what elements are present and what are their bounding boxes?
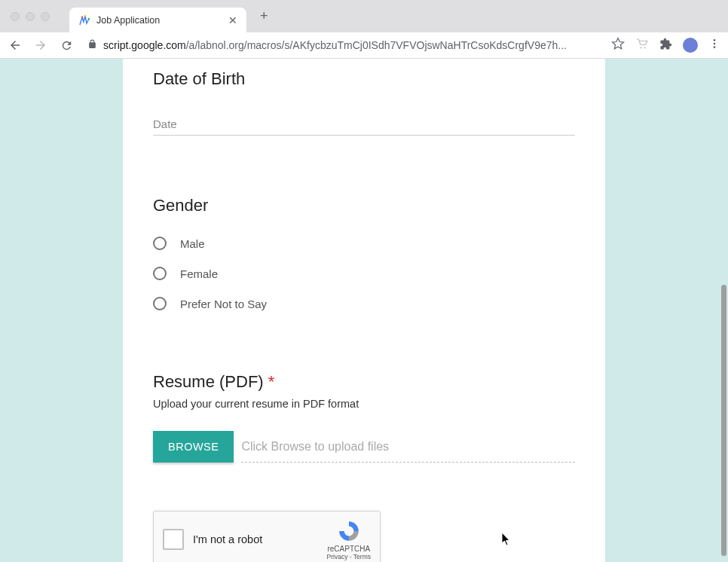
traffic-lights bbox=[11, 12, 50, 21]
svg-point-1 bbox=[84, 14, 86, 16]
address-bar[interactable]: script.google.com/a/labnol.org/macros/s/… bbox=[84, 38, 601, 52]
radio-icon bbox=[153, 267, 167, 280]
tab-title: Job Application bbox=[96, 15, 160, 26]
upload-placeholder[interactable]: Click Browse to upload files bbox=[241, 431, 575, 463]
upload-row: BROWSE Click Browse to upload files bbox=[153, 431, 575, 463]
gender-title: Gender bbox=[153, 185, 575, 215]
radio-label: Female bbox=[180, 267, 218, 280]
radio-label: Prefer Not to Say bbox=[180, 298, 267, 310]
svg-point-7 bbox=[714, 46, 716, 48]
browse-button[interactable]: BROWSE bbox=[153, 431, 234, 463]
recaptcha-label: I'm not a robot bbox=[193, 533, 318, 545]
extensions-icon[interactable] bbox=[659, 38, 672, 53]
svg-point-2 bbox=[88, 17, 90, 19]
svg-point-5 bbox=[714, 39, 716, 41]
recaptcha-branding: reCAPTCHA Privacy - Terms bbox=[327, 519, 371, 560]
svg-point-6 bbox=[714, 43, 716, 45]
reload-button[interactable] bbox=[59, 38, 74, 53]
url-host: script.google.com bbox=[103, 39, 186, 51]
svg-point-0 bbox=[81, 16, 83, 17]
gender-option-male[interactable]: Male bbox=[153, 237, 575, 250]
maximize-window-button[interactable] bbox=[41, 12, 50, 21]
dob-title: Date of Birth bbox=[153, 59, 575, 89]
gender-option-female[interactable]: Female bbox=[153, 267, 575, 280]
page-viewport: Date of Birth Date Gender Male Female Pr… bbox=[0, 59, 728, 562]
resume-description: Upload your current resume in PDF format bbox=[153, 398, 575, 410]
resume-title-text: Resume (PDF) bbox=[153, 372, 264, 391]
dob-input[interactable]: Date bbox=[153, 118, 575, 136]
form-card: Date of Birth Date Gender Male Female Pr… bbox=[123, 59, 605, 562]
recaptcha-logo-icon bbox=[337, 519, 361, 543]
recaptcha-legal[interactable]: Privacy - Terms bbox=[327, 553, 371, 560]
url-path: /a/labnol.org/macros/s/AKfycbzuTmCj0ISdh… bbox=[186, 39, 567, 51]
close-window-button[interactable] bbox=[11, 12, 20, 21]
browser-toolbar: script.google.com/a/labnol.org/macros/s/… bbox=[0, 32, 728, 59]
radio-icon bbox=[153, 297, 167, 310]
forward-button[interactable] bbox=[33, 38, 48, 53]
gender-option-prefer-not[interactable]: Prefer Not to Say bbox=[153, 297, 575, 310]
shopping-icon[interactable] bbox=[635, 37, 649, 53]
radio-label: Male bbox=[180, 237, 205, 250]
browser-tab[interactable]: Job Application ✕ bbox=[69, 8, 246, 32]
required-indicator: * bbox=[268, 372, 275, 391]
recaptcha-widget: I'm not a robot reCAPTCHA Privacy - Term… bbox=[153, 511, 381, 562]
menu-icon[interactable] bbox=[708, 38, 720, 53]
window-titlebar: Job Application ✕ + bbox=[0, 0, 728, 32]
scrollbar-thumb[interactable] bbox=[721, 285, 726, 556]
new-tab-button[interactable]: + bbox=[260, 8, 268, 24]
profile-avatar[interactable] bbox=[683, 38, 698, 53]
recaptcha-brand: reCAPTCHA bbox=[327, 545, 370, 553]
svg-point-3 bbox=[640, 47, 641, 48]
svg-point-4 bbox=[644, 47, 646, 48]
bookmark-icon[interactable] bbox=[611, 37, 625, 53]
lock-icon bbox=[87, 38, 97, 52]
gender-radio-group: Male Female Prefer Not to Say bbox=[153, 237, 575, 310]
favicon-icon bbox=[78, 14, 90, 26]
resume-title: Resume (PDF) * bbox=[153, 336, 575, 392]
radio-icon bbox=[153, 237, 167, 250]
url-text: script.google.com/a/labnol.org/macros/s/… bbox=[103, 39, 598, 51]
close-tab-icon[interactable]: ✕ bbox=[228, 14, 237, 26]
minimize-window-button[interactable] bbox=[26, 12, 35, 21]
recaptcha-checkbox[interactable] bbox=[163, 529, 184, 550]
back-button[interactable] bbox=[8, 38, 23, 53]
